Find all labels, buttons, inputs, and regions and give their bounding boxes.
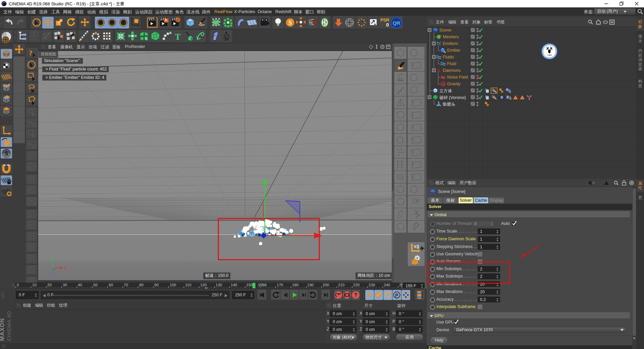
svg-text:?: ? — [29, 49, 33, 57]
svg-text:0: 0 — [386, 22, 389, 28]
svg-text:P: P — [395, 293, 398, 298]
svg-text:.fx: .fx — [223, 36, 229, 42]
svg-text:T: T — [175, 32, 180, 42]
svg-text:Y: Y — [110, 20, 114, 26]
svg-text:G: G — [442, 83, 444, 86]
svg-text:Z: Z — [52, 272, 55, 276]
svg-text:行鹿君: 行鹿君 — [547, 54, 552, 56]
svg-text:?: ? — [354, 292, 358, 298]
svg-text:=1: =1 — [414, 244, 419, 249]
svg-text:QR: QR — [393, 20, 400, 26]
svg-text:S: S — [288, 19, 292, 26]
svg-text:Z: Z — [122, 20, 125, 26]
svg-text:X: X — [64, 266, 66, 270]
svg-text:Y: Y — [51, 254, 54, 258]
svg-text:X: X — [99, 20, 102, 26]
svg-text:S: S — [5, 151, 8, 156]
